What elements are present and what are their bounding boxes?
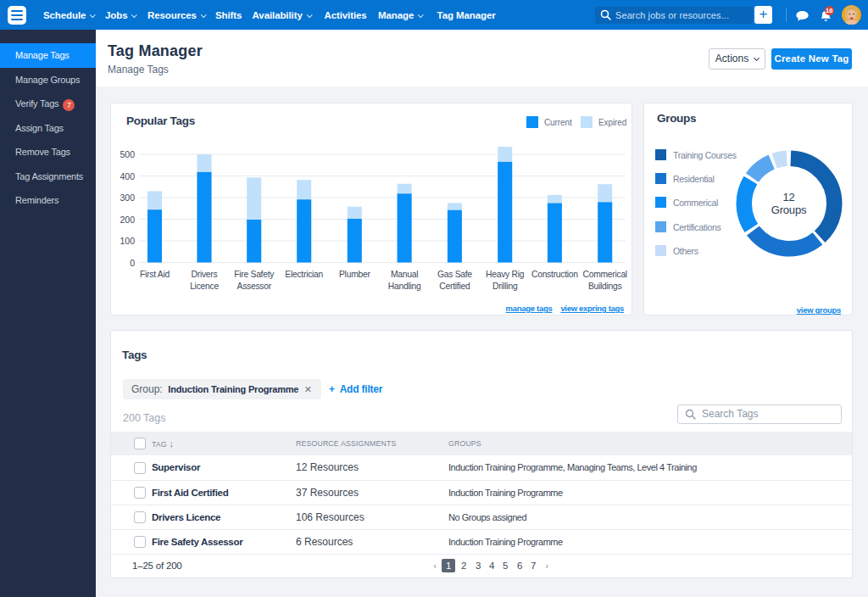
svg-text:100: 100 [120,236,135,246]
svg-text:Gas Safe: Gas Safe [437,270,472,279]
svg-text:Fire Safety: Fire Safety [234,270,275,279]
svg-text:500: 500 [120,149,135,159]
svg-text:Buildings: Buildings [588,282,622,291]
svg-text:Manual: Manual [391,270,418,279]
svg-text:Drilling: Drilling [492,282,518,291]
svg-text:Handling: Handling [388,282,421,291]
svg-text:Licence: Licence [190,282,219,291]
svg-text:200: 200 [120,215,135,225]
svg-text:Heavy Rig: Heavy Rig [486,270,525,279]
svg-text:400: 400 [120,171,135,181]
svg-text:Assessor: Assessor [237,282,272,291]
svg-text:Drivers: Drivers [192,270,218,279]
svg-text:300: 300 [120,192,135,203]
svg-text:Plumber: Plumber [339,270,370,279]
svg-text:First Aid: First Aid [140,270,170,279]
svg-text:0: 0 [130,258,135,268]
svg-text:Certified: Certified [439,282,470,291]
svg-text:Construction: Construction [531,270,578,279]
svg-text:Commerical: Commerical [582,270,626,279]
svg-text:Electrician: Electrician [285,270,323,279]
